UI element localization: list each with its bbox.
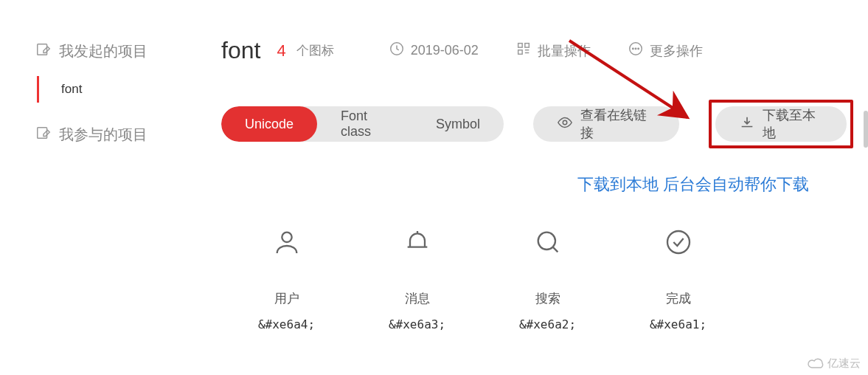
svg-point-13 <box>667 231 690 253</box>
sidebar-section-label: 我发起的项目 <box>59 41 147 61</box>
sidebar-section-label: 我参与的项目 <box>59 125 147 145</box>
pencil-icon <box>35 41 52 61</box>
icon-code: &#xe6a1; <box>650 317 706 331</box>
annotation-text: 下载到本地 后台会自动帮你下载 <box>221 173 853 196</box>
batch-label: 批量操作 <box>538 42 591 60</box>
view-link-label: 查看在线链接 <box>580 106 656 142</box>
icon-name: 搜索 <box>535 290 560 307</box>
tab-unicode[interactable]: Unicode <box>221 106 317 142</box>
icon-count-suffix: 个图标 <box>296 42 334 59</box>
more-icon <box>628 41 644 61</box>
sidebar: 我发起的项目 font 我参与的项目 <box>35 41 183 159</box>
icon-card-user[interactable]: 用户 &#xe6a4; <box>221 224 352 331</box>
sidebar-section-joined[interactable]: 我参与的项目 <box>35 125 183 145</box>
icon-card-done[interactable]: 完成 &#xe6a1; <box>613 224 743 331</box>
svg-rect-5 <box>518 50 522 55</box>
download-icon <box>739 114 755 134</box>
project-date: 2019-06-02 <box>389 41 479 61</box>
icon-card-message[interactable]: 消息 &#xe6a3; <box>352 224 482 331</box>
batch-operations[interactable]: 批量操作 <box>515 41 591 61</box>
more-operations[interactable]: 更多操作 <box>628 41 703 61</box>
project-title: font <box>221 37 260 64</box>
svg-rect-3 <box>518 44 522 47</box>
download-local-button[interactable]: 下载至本地 <box>715 106 847 142</box>
icon-code: &#xe6a3; <box>389 317 445 331</box>
download-label: 下载至本地 <box>763 106 823 142</box>
icon-name: 用户 <box>274 290 299 307</box>
tab-symbol[interactable]: Symbol <box>412 106 504 142</box>
icons-grid: 用户 &#xe6a4; 消息 &#xe6a3; 搜索 &#xe6a2; 完成 &… <box>221 224 853 331</box>
more-label: 更多操作 <box>650 42 703 60</box>
svg-point-8 <box>635 48 636 49</box>
svg-point-12 <box>538 233 555 250</box>
svg-point-11 <box>282 233 291 242</box>
tab-fontclass[interactable]: Font class <box>317 106 412 142</box>
project-header: font 4 个图标 2019-06-02 批量操作 更多操作 <box>221 37 853 64</box>
icon-card-search[interactable]: 搜索 &#xe6a2; <box>482 224 613 331</box>
main-area: font 4 个图标 2019-06-02 批量操作 更多操作 Unicode … <box>221 37 853 331</box>
check-circle-icon <box>664 224 693 261</box>
pencil-icon <box>35 125 52 145</box>
eye-icon <box>557 114 573 134</box>
format-tabs: Unicode Font class Symbol <box>221 106 504 142</box>
watermark: 亿速云 <box>807 357 861 371</box>
svg-point-7 <box>632 48 633 49</box>
icon-count: 4 <box>277 41 285 61</box>
sidebar-item-label: font <box>61 82 82 96</box>
user-icon <box>272 224 302 261</box>
clock-icon <box>389 41 405 61</box>
svg-point-9 <box>638 48 639 49</box>
svg-rect-4 <box>525 44 530 47</box>
grid-icon <box>515 41 532 61</box>
sidebar-section-started[interactable]: 我发起的项目 <box>35 41 183 61</box>
bell-icon <box>403 224 432 261</box>
download-highlight: 下载至本地 <box>709 100 853 148</box>
icon-code: &#xe6a2; <box>519 317 576 331</box>
icon-name: 完成 <box>666 290 691 307</box>
watermark-text: 亿速云 <box>827 357 861 371</box>
view-online-link-button[interactable]: 查看在线链接 <box>533 106 679 142</box>
icon-name: 消息 <box>405 290 430 307</box>
scrollbar[interactable] <box>864 111 868 148</box>
svg-point-10 <box>563 120 567 125</box>
icon-code: &#xe6a4; <box>258 317 315 331</box>
actions-row: Unicode Font class Symbol 查看在线链接 下载至本地 <box>221 100 853 148</box>
search-icon <box>533 224 563 261</box>
date-label: 2019-06-02 <box>411 43 479 58</box>
sidebar-item-font[interactable]: font <box>37 76 183 103</box>
